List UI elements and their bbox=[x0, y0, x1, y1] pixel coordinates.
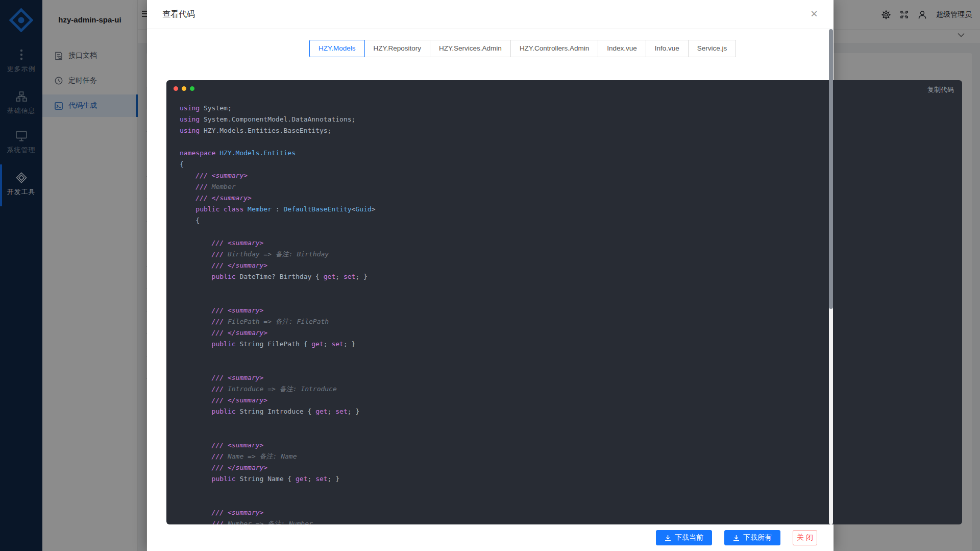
code-line bbox=[180, 350, 957, 361]
traffic-green-icon bbox=[190, 86, 194, 91]
tab-hzy-repository[interactable]: HZY.Repository bbox=[364, 40, 431, 57]
code-line bbox=[180, 428, 957, 440]
close-button[interactable]: 关 闭 bbox=[793, 530, 817, 545]
traffic-red-icon bbox=[174, 86, 178, 91]
tab-hzy-controllers-admin[interactable]: HZY.Controllers.Admin bbox=[510, 40, 598, 57]
code-line: { bbox=[180, 159, 957, 170]
code-line: public DateTime? Birthday { get; set; } bbox=[180, 271, 957, 282]
code-line: /// </summary> bbox=[180, 462, 957, 473]
code-line: /// <summary> bbox=[180, 440, 957, 451]
code-line: /// <summary> bbox=[180, 507, 957, 518]
code-line: using System; bbox=[180, 103, 957, 114]
tab-service-js[interactable]: Service.js bbox=[688, 40, 737, 57]
code-line: /// <summary> bbox=[180, 170, 957, 181]
download-icon bbox=[733, 535, 740, 541]
download-current-label: 下载当前 bbox=[675, 533, 703, 542]
code-line bbox=[180, 226, 957, 237]
code-line: /// </summary> bbox=[180, 395, 957, 406]
download-all-label: 下载所有 bbox=[743, 533, 772, 542]
code-line: /// FilePath => 备注: FilePath bbox=[180, 316, 957, 327]
traffic-yellow-icon bbox=[182, 86, 186, 91]
code-line bbox=[180, 417, 957, 428]
code-line: /// Member bbox=[180, 181, 957, 193]
code-line: { bbox=[180, 215, 957, 226]
code-line: /// <summary> bbox=[180, 305, 957, 316]
code-line: /// Introduce => 备注: Introduce bbox=[180, 384, 957, 395]
code-line: /// </summary> bbox=[180, 327, 957, 339]
code-line: using System.ComponentModel.DataAnnotati… bbox=[180, 114, 957, 125]
tab-index-vue[interactable]: Index.vue bbox=[598, 40, 646, 57]
modal-header: 查看代码 × bbox=[147, 0, 834, 29]
code-window: 复制代码 using System;using System.Component… bbox=[166, 80, 962, 524]
download-current-button[interactable]: 下载当前 bbox=[656, 530, 712, 545]
code-line: /// </summary> bbox=[180, 193, 957, 204]
scrollbar-thumb[interactable] bbox=[829, 29, 833, 309]
tab-hzy-models[interactable]: HZY.Models bbox=[309, 40, 365, 57]
code-line: using HZY.Models.Entities.BaseEntitys; bbox=[180, 125, 957, 136]
window-traffic-lights bbox=[174, 86, 194, 91]
code-line: /// </summary> bbox=[180, 260, 957, 271]
copy-code-button[interactable]: 复制代码 bbox=[927, 85, 954, 94]
code-line: /// Number => 备注: Number bbox=[180, 518, 957, 524]
code-line: public class Member : DefaultBaseEntity<… bbox=[180, 204, 957, 215]
code-line bbox=[180, 485, 957, 496]
tab-hzy-services-admin[interactable]: HZY.Services.Admin bbox=[430, 40, 511, 57]
code-line: public String FilePath { get; set; } bbox=[180, 339, 957, 350]
code-content: using System;using System.ComponentModel… bbox=[180, 103, 957, 524]
code-line bbox=[180, 136, 957, 148]
code-line: /// Birthday => 备注: Birthday bbox=[180, 249, 957, 260]
code-line bbox=[180, 282, 957, 294]
code-file-tabs: HZY.ModelsHZY.RepositoryHZY.Services.Adm… bbox=[309, 40, 736, 57]
code-line bbox=[180, 496, 957, 507]
tab-info-vue[interactable]: Info.vue bbox=[646, 40, 689, 57]
code-line: public String Name { get; set; } bbox=[180, 473, 957, 485]
code-line: public String Introduce { get; set; } bbox=[180, 406, 957, 417]
download-all-button[interactable]: 下载所有 bbox=[724, 530, 780, 545]
modal-footer: 下载当前 下载所有 关 闭 bbox=[147, 524, 834, 551]
modal-title: 查看代码 bbox=[162, 9, 195, 20]
code-line bbox=[180, 294, 957, 305]
code-line: namespace HZY.Models.Entities bbox=[180, 148, 957, 159]
download-icon bbox=[665, 535, 671, 541]
stage: 更多示例 基础信息 系统管理 bbox=[0, 0, 980, 551]
code-line bbox=[180, 361, 957, 372]
code-line: /// <summary> bbox=[180, 372, 957, 384]
view-code-modal: 查看代码 × HZY.ModelsHZY.RepositoryHZY.Servi… bbox=[147, 0, 834, 551]
code-line: /// <summary> bbox=[180, 237, 957, 249]
close-icon[interactable]: × bbox=[806, 6, 822, 22]
modal-scrollbar[interactable] bbox=[829, 29, 833, 524]
code-line: /// Name => 备注: Name bbox=[180, 451, 957, 462]
